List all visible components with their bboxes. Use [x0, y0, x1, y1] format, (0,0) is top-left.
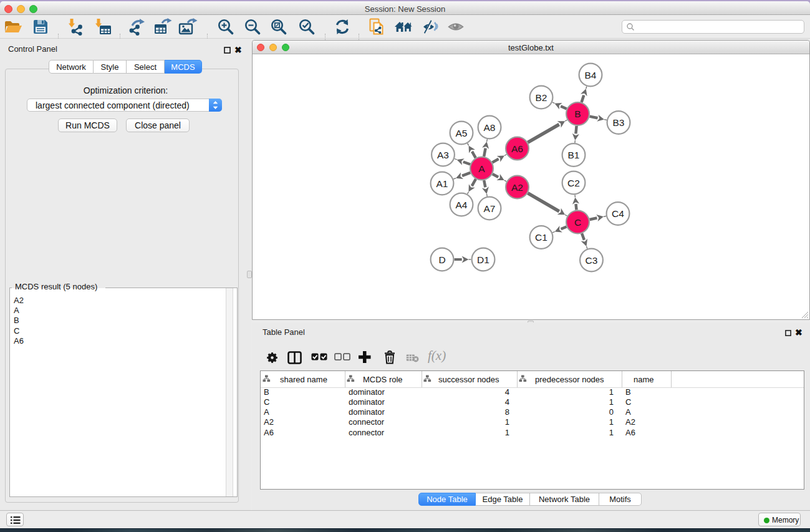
svg-text:A4: A4: [456, 200, 468, 210]
svg-text:C1: C1: [535, 232, 547, 243]
svg-text:C3: C3: [586, 255, 598, 266]
svg-text:A8: A8: [484, 122, 496, 133]
svg-text:D1: D1: [477, 254, 489, 265]
svg-text:A3: A3: [437, 150, 449, 160]
svg-text:C4: C4: [612, 208, 624, 219]
svg-text:B3: B3: [613, 117, 625, 128]
svg-text:A6: A6: [511, 143, 523, 154]
svg-text:B4: B4: [585, 70, 597, 80]
svg-text:A2: A2: [511, 182, 523, 193]
svg-text:C2: C2: [567, 178, 580, 188]
svg-text:A1: A1: [436, 178, 448, 189]
svg-text:C: C: [574, 217, 581, 228]
svg-text:A7: A7: [484, 203, 496, 214]
svg-text:D: D: [438, 254, 445, 265]
svg-text:B1: B1: [568, 150, 580, 160]
svg-text:A5: A5: [456, 128, 468, 138]
svg-text:A: A: [478, 163, 485, 174]
svg-text:B2: B2: [536, 92, 547, 103]
svg-text:B: B: [574, 109, 581, 119]
